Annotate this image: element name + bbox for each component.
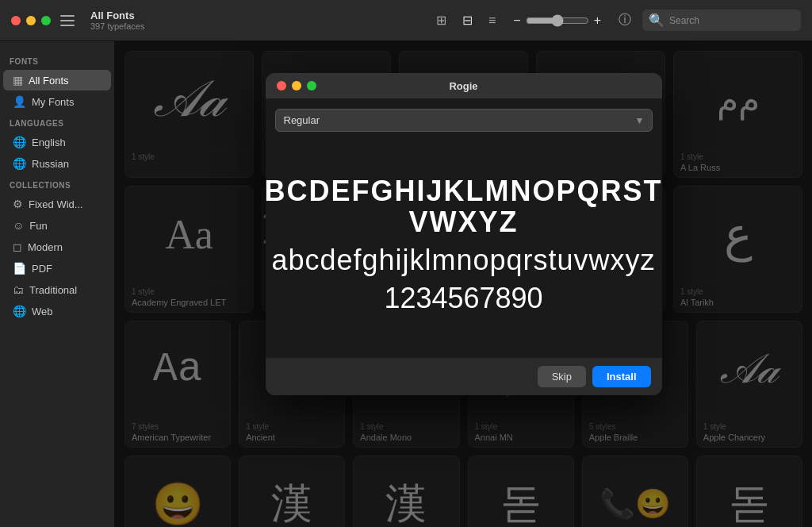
view-grid-button[interactable]: ⊟: [458, 10, 477, 31]
toolbar-icons: ⊞ ⊟ ≡ − + ⓘ 🔍: [431, 9, 801, 32]
pdf-icon: 📄: [13, 262, 26, 275]
titlebar: All Fonts 397 typefaces ⊞ ⊟ ≡ − + ⓘ 🔍: [0, 0, 812, 41]
specimen-lowercase: abcdefghijklmnopqrstuvwxyz: [271, 244, 655, 276]
search-icon: 🔍: [649, 13, 665, 28]
sidebar-item-english[interactable]: 🌐 English: [3, 132, 111, 152]
minus-icon: −: [513, 13, 520, 28]
english-icon: 🌐: [13, 136, 26, 148]
sidebar-section-collections: Collections: [0, 175, 114, 193]
minimize-button[interactable]: [26, 16, 36, 25]
sidebar-item-pdf[interactable]: 📄 PDF: [3, 258, 111, 279]
sidebar-item-all-fonts[interactable]: ▦ All Fonts: [3, 70, 111, 90]
modal-title: Rogie: [449, 80, 477, 92]
sidebar-item-label-fun: Fun: [29, 220, 47, 232]
specimen-uppercase: ABCDEFGHIJKLMNOPQRSTUVWXYZ: [266, 175, 662, 238]
sidebar-item-traditional[interactable]: 🗂 Traditional: [3, 279, 111, 300]
sidebar-item-label-english: English: [32, 137, 66, 148]
close-button[interactable]: [11, 16, 21, 25]
traditional-icon: 🗂: [13, 283, 24, 296]
sidebar-item-label-modern: Modern: [28, 241, 63, 253]
size-slider-group: − +: [513, 13, 601, 28]
sidebar-item-label-all-fonts: All Fonts: [29, 75, 69, 87]
sidebar-item-label-traditional: Traditional: [29, 284, 77, 296]
sidebar: Fonts ▦ All Fonts 👤 My Fonts Languages 🌐…: [0, 41, 115, 527]
maximize-button[interactable]: [41, 16, 51, 25]
sidebar-item-label-russian: Russian: [32, 158, 69, 170]
modal-close-button[interactable]: [277, 81, 286, 90]
all-fonts-icon: ▦: [13, 74, 23, 87]
window-title: All Fonts: [90, 10, 142, 21]
sidebar-item-fixed-width[interactable]: ⚙ Fixed Wid...: [3, 194, 111, 214]
fun-icon: ☺: [13, 219, 24, 232]
modern-icon: ◻: [13, 240, 22, 253]
sidebar-item-label-web: Web: [32, 306, 53, 317]
font-specimen: ABCDEFGHIJKLMNOPQRSTUVWXYZ abcdefghijklm…: [275, 141, 653, 348]
modal-footer: Skip Install: [266, 357, 662, 395]
fixed-width-icon: ⚙: [13, 198, 23, 210]
sidebar-section-fonts: Fonts: [0, 51, 114, 69]
view-preview-button[interactable]: ⊞: [431, 10, 451, 31]
titlebar-title-group: All Fonts 397 typefaces: [90, 10, 145, 31]
sidebar-item-modern[interactable]: ◻ Modern: [3, 237, 111, 257]
sidebar-item-label-pdf: PDF: [32, 263, 52, 275]
main-layout: Fonts ▦ All Fonts 👤 My Fonts Languages 🌐…: [0, 41, 812, 527]
style-select-wrapper: Regular ▼: [275, 109, 653, 132]
modal-titlebar: Rogie: [266, 73, 662, 99]
search-bar: 🔍: [642, 10, 801, 31]
modal-traffic-lights: [277, 81, 316, 90]
modal-maximize-button[interactable]: [307, 81, 316, 90]
install-button[interactable]: Install: [592, 366, 651, 387]
font-style-select[interactable]: Regular: [275, 109, 653, 132]
sidebar-item-web[interactable]: 🌐 Web: [3, 301, 111, 321]
modal-body: Regular ▼ ABCDEFGHIJKLMNOPQRSTUVWXYZ abc…: [266, 99, 662, 357]
sidebar-toggle-button[interactable]: [60, 15, 75, 26]
my-fonts-icon: 👤: [13, 95, 26, 108]
sidebar-section-languages: Languages: [0, 113, 114, 131]
traffic-lights: [11, 16, 51, 25]
sidebar-item-my-fonts[interactable]: 👤 My Fonts: [3, 91, 111, 112]
sidebar-item-label-fixed-width: Fixed Wid...: [29, 198, 83, 210]
sidebar-item-label-my-fonts: My Fonts: [32, 96, 74, 108]
view-list-button[interactable]: ≡: [484, 10, 500, 31]
modal-minimize-button[interactable]: [292, 81, 301, 90]
skip-button[interactable]: Skip: [538, 366, 586, 387]
search-input[interactable]: [669, 15, 795, 26]
sidebar-item-fun[interactable]: ☺ Fun: [3, 215, 111, 236]
info-button[interactable]: ⓘ: [614, 9, 636, 32]
size-slider[interactable]: [526, 14, 589, 27]
russian-icon: 🌐: [13, 157, 26, 170]
plus-icon: +: [594, 13, 601, 28]
font-content-area: 𝒜𝒶 1 style 丁 1 style Te 1 style: [115, 41, 812, 527]
specimen-numbers: 1234567890: [384, 283, 542, 314]
rogie-modal: Rogie Regular ▼ ABCDEFGHIJKLMNOPQRSTU: [266, 73, 662, 395]
window-subtitle: 397 typefaces: [90, 21, 145, 31]
sidebar-item-russian[interactable]: 🌐 Russian: [3, 153, 111, 174]
web-icon: 🌐: [13, 305, 26, 317]
modal-overlay: Rogie Regular ▼ ABCDEFGHIJKLMNOPQRSTU: [115, 41, 812, 527]
